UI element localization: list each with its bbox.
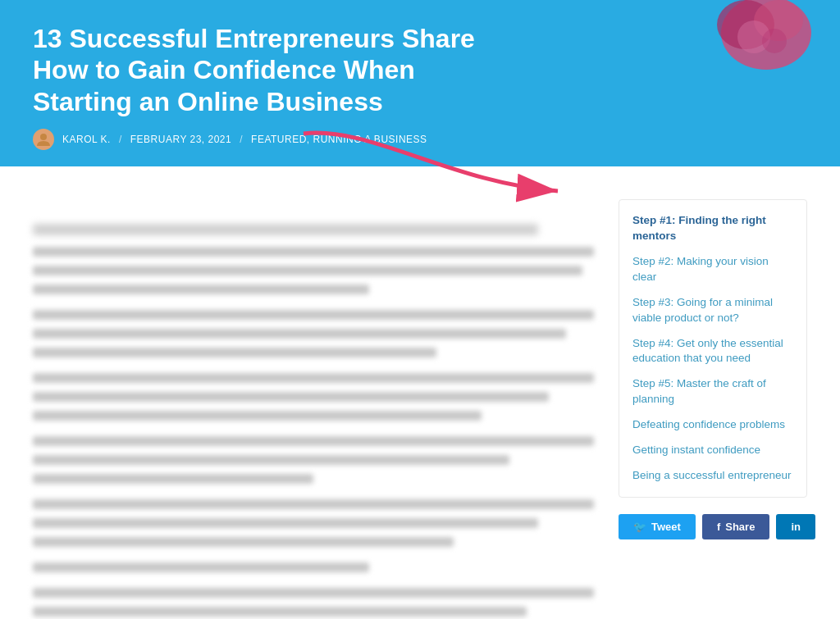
publish-date: FEBRUARY 23, 2021 bbox=[130, 134, 231, 145]
toc-item-getting[interactable]: Getting instant confidence bbox=[632, 443, 793, 458]
linkedin-label: in bbox=[791, 521, 801, 533]
paragraph-4 bbox=[33, 373, 594, 425]
svg-point-5 bbox=[40, 134, 47, 140]
toc-item-step5[interactable]: Step #5: Master the craft of planning bbox=[632, 376, 793, 407]
author-avatar bbox=[33, 129, 54, 150]
toc-item-step1[interactable]: Step #1: Finding the right mentors bbox=[632, 213, 793, 244]
social-share-buttons: 🐦 Tweet f Share in bbox=[619, 514, 807, 539]
facebook-share-button[interactable]: f Share bbox=[702, 514, 769, 539]
paragraph-8 bbox=[33, 588, 594, 619]
toc-item-step3[interactable]: Step #3: Going for a minimal viable prod… bbox=[632, 295, 793, 326]
toc-item-defeating[interactable]: Defeating confidence problems bbox=[632, 417, 793, 433]
paragraph-2 bbox=[33, 247, 594, 298]
article-categories: FEATURED, RUNNING A BUSINESS bbox=[251, 134, 427, 145]
toc-item-step4[interactable]: Step #4: Get only the essential educatio… bbox=[632, 336, 793, 367]
twitter-share-button[interactable]: 🐦 Tweet bbox=[619, 514, 696, 539]
paragraph-3 bbox=[33, 310, 594, 362]
page-header: 13 Successful Entrepreneurs Share How to… bbox=[0, 0, 840, 166]
share-icon: f bbox=[717, 521, 720, 533]
twitter-icon: 🐦 bbox=[633, 521, 646, 533]
article-body bbox=[33, 191, 594, 619]
linkedin-share-button[interactable]: in bbox=[776, 514, 815, 539]
author-name: KAROL K. bbox=[62, 134, 111, 145]
toc-item-step2[interactable]: Step #2: Making your vision clear bbox=[632, 254, 793, 285]
article-meta: KAROL K. / FEBRUARY 23, 2021 / FEATURED,… bbox=[33, 129, 807, 150]
header-decoration bbox=[676, 0, 824, 90]
share-label: Share bbox=[725, 521, 755, 533]
paragraph-1 bbox=[33, 224, 594, 235]
paragraph-5 bbox=[33, 436, 594, 488]
page-title: 13 Successful Entrepreneurs Share How to… bbox=[33, 23, 509, 117]
main-content: Step #1: Finding the right mentors Step … bbox=[0, 166, 840, 619]
twitter-label: Tweet bbox=[651, 521, 681, 533]
svg-point-4 bbox=[762, 29, 787, 53]
paragraph-6 bbox=[33, 499, 594, 551]
sidebar-toc: Step #1: Finding the right mentors Step … bbox=[619, 191, 807, 619]
toc-container: Step #1: Finding the right mentors Step … bbox=[619, 199, 807, 498]
paragraph-7 bbox=[33, 562, 594, 576]
toc-item-being[interactable]: Being a successful entrepreneur bbox=[632, 468, 793, 484]
